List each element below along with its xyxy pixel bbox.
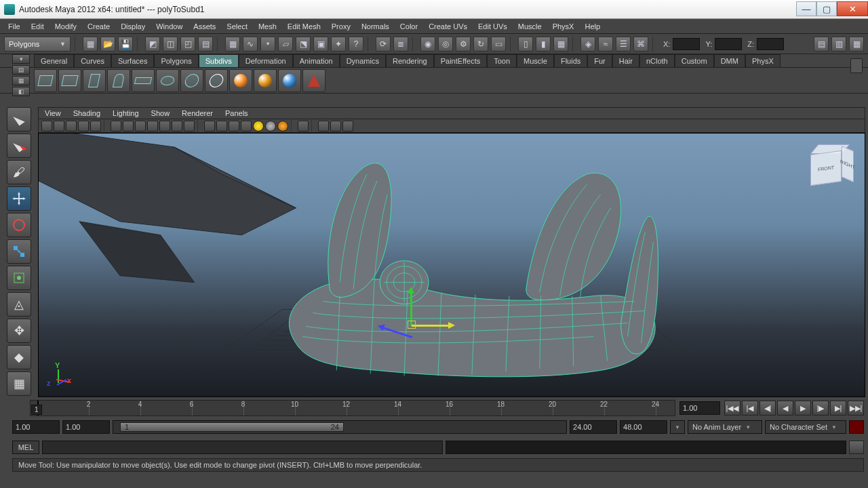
panel-menu-panels[interactable]: Panels [219,108,254,119]
history-icon[interactable]: ⟳ [376,37,391,52]
ipr-icon[interactable]: ◎ [438,37,453,52]
shelf-tab-toon[interactable]: Toon [487,54,517,67]
tool-settings-icon[interactable]: ▥ [831,37,846,52]
vp-safe-action-icon[interactable] [135,121,146,131]
subd-convert-icon[interactable] [205,69,228,92]
paint-tool[interactable]: 🖌 [7,160,31,184]
auto-key-toggle[interactable] [849,420,864,434]
vp-select-cam-icon[interactable] [41,121,52,131]
render-settings-icon[interactable]: ⚙ [456,37,471,52]
poly-sphere-icon[interactable] [254,69,277,92]
range-end-input[interactable] [620,420,667,434]
subd-cone-red-icon[interactable] [302,69,326,92]
render-icon[interactable]: ◉ [420,37,435,52]
subd-cone-icon[interactable] [107,69,130,92]
outliner-icon[interactable]: ☰ [616,37,631,52]
character-set-dropdown[interactable]: No Character Set▼ [765,420,846,434]
shelf-tab-fluids[interactable]: Fluids [554,54,587,67]
range-inner-end-input[interactable] [570,420,617,434]
shelf-tab-painteffects[interactable]: PaintEffects [434,54,488,67]
select-tool[interactable] [7,107,31,131]
vp-expose-icon[interactable] [342,121,353,131]
cmd-lang-label[interactable]: MEL [12,441,39,454]
shelf-tab-physx[interactable]: PhysX [745,54,781,67]
open-scene-icon[interactable]: 📂 [100,37,115,52]
vp-lighting-sel-icon[interactable] [277,121,288,131]
shelf-layout-button[interactable]: ▤ [12,65,30,75]
hypershade-icon[interactable]: ◈ [580,37,595,52]
step-back-button[interactable]: ◀| [760,401,776,415]
vp-isolate-icon[interactable] [298,121,309,131]
script-editor-button[interactable] [849,441,864,454]
menu-select[interactable]: Select [221,20,253,33]
vp-bookmark-icon[interactable] [54,121,64,131]
save-scene-icon[interactable]: 💾 [118,37,133,52]
rotate-tool[interactable] [7,213,31,237]
snap-live-icon[interactable]: ⬔ [296,37,311,52]
universal-manip-tool[interactable] [7,266,31,290]
shelf-tab-fur[interactable]: Fur [587,54,612,67]
viewport-layout-tool[interactable]: ▦ [7,371,31,396]
select-comp-icon[interactable]: ◫ [163,37,178,52]
vp-shaded-icon[interactable] [172,121,182,131]
menu-normals[interactable]: Normals [356,20,395,33]
menu-editmesh[interactable]: Edit Mesh [282,20,326,33]
menu-muscle[interactable]: Muscle [513,20,547,33]
menu-edit[interactable]: Edit [26,20,50,33]
help-icon[interactable]: ? [349,37,363,52]
vp-lighting-all-icon[interactable] [265,121,276,131]
shelf-tab-custom[interactable]: Custom [675,54,714,67]
snap-point-icon[interactable]: • [260,37,275,52]
shelf-tab-surfaces[interactable]: Surfaces [111,54,154,67]
menu-proxy[interactable]: Proxy [326,20,356,33]
view-cube[interactable]: FRONT RIGHT [810,144,851,185]
menu-help[interactable]: Help [579,20,606,33]
render-again-icon[interactable]: ↻ [473,37,488,52]
nurbs-sphere-icon[interactable] [229,69,252,92]
shelf-tab-muscle[interactable]: Muscle [517,54,554,67]
history-list-icon[interactable]: ≣ [393,37,408,52]
menu-createuvs[interactable]: Create UVs [423,20,473,33]
new-scene-icon[interactable]: ▦ [83,37,98,52]
vp-xray-icon[interactable] [318,121,329,131]
time-end-input[interactable] [679,401,720,415]
shelf-tab-polygons[interactable]: Polygons [154,54,198,67]
layout-4-icon[interactable]: ▦ [553,37,568,52]
menu-assets[interactable]: Assets [188,20,221,33]
shelf-tab-dynamics[interactable]: Dynamics [340,54,386,67]
show-manip-tool[interactable]: ✥ [7,319,31,343]
range-start-input[interactable] [12,420,60,434]
shelf-tab-hair[interactable]: Hair [612,54,639,67]
go-end-button[interactable]: ▶▶| [848,401,864,415]
vp-xray-joint-icon[interactable] [330,121,341,131]
subd-display-icon[interactable] [278,69,301,92]
subd-torus-icon[interactable] [156,69,179,92]
shelf-menu-button[interactable]: ▾ [12,54,30,64]
lasso-tool[interactable] [7,134,31,158]
menu-window[interactable]: Window [151,20,188,33]
subd-cylinder-icon[interactable] [83,69,106,92]
shelf-tab-curves[interactable]: Curves [74,54,111,67]
menu-create[interactable]: Create [82,20,115,33]
attr-editor-icon[interactable]: ▤ [814,37,829,52]
menu-file[interactable]: File [3,20,26,33]
play-back-button[interactable]: ◀ [777,401,793,415]
command-input[interactable] [42,441,443,454]
range-bar[interactable]: 1 24 [120,422,344,432]
go-start-button[interactable]: |◀◀ [724,401,741,415]
menu-display[interactable]: Display [115,20,151,33]
last-tool[interactable]: ◆ [7,345,31,369]
snap-grid-icon[interactable]: ▦ [225,37,240,52]
snap-view-icon[interactable]: ▣ [313,37,328,52]
menu-edituvs[interactable]: Edit UVs [473,20,513,33]
panel-menu-view[interactable]: View [39,108,67,119]
scale-tool[interactable] [7,239,31,264]
range-slider[interactable]: 1 24 [113,420,567,434]
panel-menu-renderer[interactable]: Renderer [176,108,219,119]
vp-safe-title-icon[interactable] [147,121,158,131]
channel-box-icon[interactable]: ▦ [849,37,864,52]
vp-hq-icon[interactable] [241,121,252,131]
panel-menu-show[interactable]: Show [145,108,176,119]
shelf-tab-deformation[interactable]: Deformation [239,54,293,67]
select-mask-icon[interactable]: ▤ [198,37,213,52]
